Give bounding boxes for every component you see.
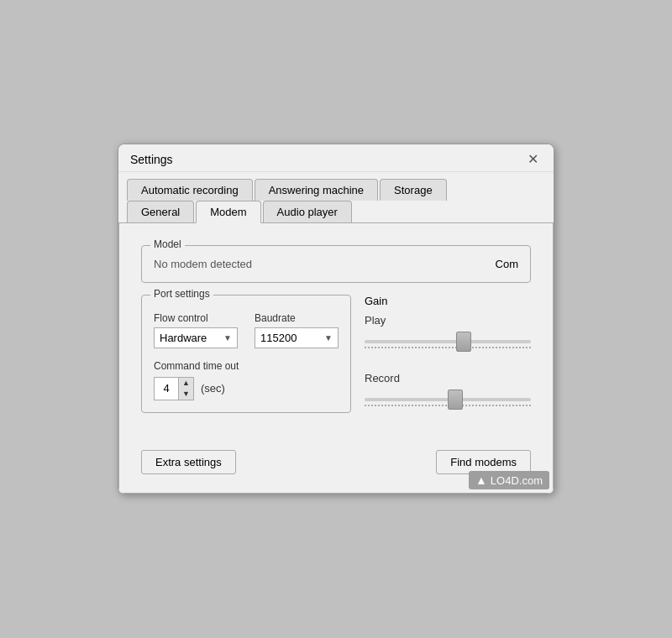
extra-settings-button[interactable]: Extra settings (141, 450, 236, 474)
baudrate-value: 115200 (260, 332, 297, 344)
timeout-value: 4 (155, 379, 178, 398)
tab-modem[interactable]: Modem (196, 201, 260, 223)
main-section: Port settings Flow control Hardware ▼ (141, 295, 531, 430)
play-slider-thumb[interactable] (456, 332, 471, 352)
tabs-container: Automatic recording Answering machine St… (118, 172, 554, 222)
content-area: Model No modem detected Com Port setting… (133, 237, 539, 442)
command-timeout-section: Command time out 4 ▲ ▼ (154, 360, 339, 400)
flow-control-group: Flow control Hardware ▼ (154, 312, 238, 348)
record-slider-group: Record (365, 372, 531, 416)
window-title: Settings (130, 153, 173, 166)
no-modem-text: No modem detected (154, 258, 252, 270)
baudrate-label: Baudrate (255, 312, 339, 324)
play-slider-group: Play (365, 314, 531, 358)
play-label: Play (365, 314, 531, 327)
spinner-buttons: ▲ ▼ (178, 378, 193, 400)
close-button[interactable]: ✕ (524, 153, 542, 166)
baudrate-select[interactable]: 115200 ▼ (255, 327, 339, 348)
record-slider-thumb[interactable] (448, 390, 463, 410)
timeout-unit: (sec) (201, 382, 225, 395)
flow-control-value: Hardware (160, 332, 207, 344)
timeout-label: Command time out (154, 360, 339, 372)
tabs-row-2: General Modem Audio player (127, 201, 545, 222)
spinner-up-button[interactable]: ▲ (179, 378, 193, 389)
spinner-down-button[interactable]: ▼ (179, 389, 193, 400)
play-slider-track[interactable] (365, 332, 531, 358)
left-section: Port settings Flow control Hardware ▼ (141, 295, 351, 430)
gain-title: Gain (365, 295, 531, 307)
baudrate-group: Baudrate 115200 ▼ (255, 312, 339, 348)
flow-control-label: Flow control (154, 312, 238, 324)
model-row: No modem detected Com (154, 254, 518, 270)
com-label: Com (496, 258, 518, 270)
gain-section: Gain Play (365, 295, 531, 430)
port-settings-group: Port settings Flow control Hardware ▼ (141, 295, 351, 413)
record-label: Record (365, 372, 531, 384)
lo4d-watermark: ▲ LO4D.com (469, 471, 549, 489)
port-settings-label: Port settings (150, 288, 213, 300)
lo4d-icon: ▲ (475, 473, 487, 487)
tab-automatic-recording[interactable]: Automatic recording (127, 179, 253, 201)
record-slider-line (365, 398, 531, 401)
model-group-label: Model (150, 238, 185, 250)
model-group: Model No modem detected Com (141, 245, 531, 283)
record-slider-track[interactable] (365, 390, 531, 416)
settings-window: Settings ✕ Automatic recording Answering… (118, 144, 554, 494)
tab-answering-machine[interactable]: Answering machine (255, 179, 378, 201)
tab-content: Model No modem detected Com Port setting… (118, 222, 554, 494)
tabs-row-1: Automatic recording Answering machine St… (127, 179, 545, 201)
flow-control-arrow-icon: ▼ (223, 333, 232, 343)
title-bar: Settings ✕ (118, 144, 554, 172)
tab-storage[interactable]: Storage (380, 179, 447, 201)
spinner-group: 4 ▲ ▼ (sec) (154, 377, 339, 400)
tab-general[interactable]: General (127, 201, 194, 222)
timeout-spinner[interactable]: 4 ▲ ▼ (154, 377, 194, 400)
select-row: Flow control Hardware ▼ Baudrate (154, 312, 339, 348)
baudrate-arrow-icon: ▼ (324, 333, 333, 343)
play-slider-line (365, 340, 531, 343)
lo4d-text: LO4D.com (491, 474, 543, 487)
flow-control-select[interactable]: Hardware ▼ (154, 327, 238, 348)
play-slider-dotted (365, 347, 531, 350)
tab-audio-player[interactable]: Audio player (263, 201, 352, 222)
